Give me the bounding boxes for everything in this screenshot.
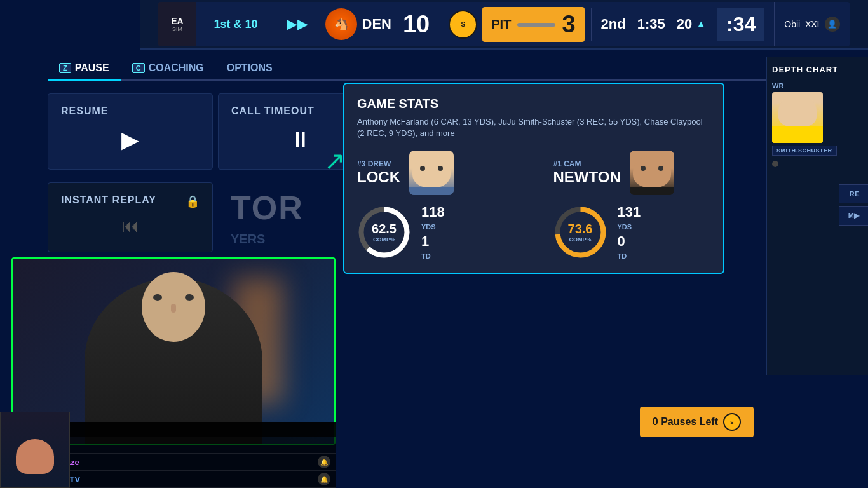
- den-logo: 🐴: [325, 8, 357, 40]
- qb1-info: #3 DREW LOCK: [357, 159, 400, 186]
- depth-chart: DEPTH CHART WR SMITH-SCHUSTER RE M▶: [766, 57, 868, 375]
- down-distance-section: 1st & 10: [196, 2, 275, 46]
- arrow-indicator: ↗: [324, 146, 346, 175]
- user-icon: 👤: [825, 17, 840, 32]
- faded-text-area: TOR YERS: [218, 182, 316, 253]
- den-score: 10: [397, 11, 436, 38]
- qb2-section: #1 CAM NEWTON: [553, 151, 711, 260]
- qb1-stats: 62.5 COMP% 118 YDS 1 TD: [357, 204, 515, 260]
- qb1-section: #3 DREW LOCK: [357, 151, 515, 260]
- secondary-webcam: [0, 412, 70, 488]
- qb1-td-label: TD: [421, 252, 445, 260]
- player-position: WR: [772, 82, 783, 90]
- side-buttons: RE M▶: [839, 184, 868, 226]
- ea-text: EA: [171, 16, 183, 26]
- scorebar: EA SIM 1st & 10 ▶▶ 🐴 DEN 10 S PIT 3: [140, 0, 868, 50]
- faded-tor: TOR: [231, 189, 304, 227]
- ea-logo: EA SIM: [158, 2, 196, 46]
- resume-button[interactable]: RESUME ▶: [48, 93, 213, 170]
- qb1-number: #3 DREW: [357, 159, 400, 168]
- qb1-comp-value: 62.5: [372, 222, 397, 236]
- tab-options[interactable]: OPTIONS: [215, 57, 284, 81]
- qb2-yds-value: 131: [618, 204, 641, 220]
- instant-replay-icon: ⏮: [61, 211, 200, 240]
- pit-logo: S: [449, 10, 477, 39]
- tab-coaching-key: C: [132, 63, 145, 73]
- play-clock: 20: [677, 16, 692, 32]
- game-info: 2nd 1:35 20 ▲ :34: [591, 8, 775, 41]
- sim-text: SIM: [172, 26, 182, 32]
- player-dot: [772, 161, 778, 167]
- tab-coaching-label: COACHING: [149, 62, 204, 74]
- pit-score: 3: [562, 11, 575, 38]
- instant-replay-label: INSTANT REPLAY: [61, 194, 156, 206]
- tab-pause-key: Z: [59, 63, 71, 73]
- qb2-stats: 73.6 COMP% 131 YDS 0 TD: [553, 204, 711, 260]
- qb2-number: #1 CAM: [553, 159, 621, 168]
- scorebar-inner: EA SIM 1st & 10 ▶▶ 🐴 DEN 10 S PIT 3: [158, 2, 849, 46]
- play-clock-section: 20 ▲: [677, 16, 706, 32]
- resume-icon: ▶: [61, 122, 200, 158]
- user-badge: Obii_XXI 👤: [774, 2, 849, 46]
- m-button[interactable]: M▶: [839, 206, 868, 226]
- chat-bell-3: 🔔: [318, 473, 330, 485]
- qb1-comp-circle: 62.5 COMP%: [357, 205, 411, 259]
- qb1-yds-td: 118 YDS 1 TD: [421, 204, 445, 260]
- faded-yers: YERS: [231, 232, 304, 247]
- pit-abbr: PIT: [491, 17, 511, 32]
- qb1-card: #3 DREW LOCK: [357, 151, 515, 195]
- tab-options-label: OPTIONS: [227, 62, 273, 74]
- player-avatar-side: [772, 92, 823, 143]
- tab-pause[interactable]: Z PAUSE: [48, 57, 121, 81]
- pit-team-section: S PIT 3: [442, 7, 590, 42]
- qb2-yds-td: 131 YDS 0 TD: [618, 204, 641, 260]
- play-clock-arrow: ▲: [696, 18, 706, 30]
- qb2-comp-value: 73.6: [568, 222, 593, 236]
- instant-replay-button[interactable]: INSTANT REPLAY 🔒 ⏮: [48, 182, 213, 252]
- pit-bar: [517, 23, 555, 27]
- qb2-td-label: TD: [618, 252, 641, 260]
- qb1-name: LOCK: [357, 168, 400, 186]
- player-name-badge: SMITH-SCHUSTER: [772, 146, 837, 156]
- qb1-td-value: 1: [421, 233, 445, 250]
- re-button[interactable]: RE: [839, 184, 868, 203]
- game-stats-title: GAME STATS: [357, 97, 710, 111]
- qb1-yds-label: YDS: [421, 223, 445, 231]
- game-time: 1:35: [637, 16, 665, 32]
- qb2-card: #1 CAM NEWTON: [553, 151, 711, 195]
- down-distance: 1st & 10: [204, 18, 268, 31]
- qb-divider: [534, 151, 534, 260]
- tab-coaching[interactable]: C COACHING: [121, 57, 215, 81]
- qb1-comp-label: COMP%: [373, 236, 395, 243]
- direction-arrows: ▶▶: [283, 16, 311, 32]
- pauses-steelers-logo: S: [723, 413, 741, 431]
- qb2-avatar: [630, 151, 674, 195]
- qb2-info: #1 CAM NEWTON: [553, 159, 621, 186]
- instant-replay-lock-icon: 🔒: [186, 194, 200, 208]
- qb-comparison-row: #3 DREW LOCK: [357, 151, 710, 260]
- tab-pause-label: PAUSE: [75, 62, 109, 74]
- pauses-left-text: 0 Pauses Left: [653, 416, 718, 428]
- qb2-td-value: 0: [618, 233, 641, 250]
- chat-bell-2: 🔔: [318, 456, 330, 468]
- game-stats-panel: GAME STATS Anthony McFarland (6 CAR, 13 …: [343, 83, 724, 274]
- qb2-name: NEWTON: [553, 168, 621, 186]
- game-stats-description: Anthony McFarland (6 CAR, 13 YDS), JuJu …: [357, 116, 710, 139]
- player-card: WR SMITH-SCHUSTER: [772, 82, 863, 167]
- qb2-comp-label: COMP%: [569, 236, 591, 243]
- qb2-yds-label: YDS: [618, 223, 641, 231]
- quarter: 2nd: [601, 16, 626, 32]
- tab-bar: Z PAUSE C COACHING OPTIONS: [48, 57, 868, 81]
- pit-score-container: PIT 3: [482, 7, 584, 42]
- person-head: [142, 272, 205, 342]
- qb1-yds-value: 118: [421, 204, 445, 220]
- depth-chart-title: DEPTH CHART: [772, 65, 863, 74]
- resume-label: RESUME: [61, 105, 200, 117]
- qb2-comp-circle: 73.6 COMP%: [553, 205, 607, 259]
- pauses-left: 0 Pauses Left S: [640, 407, 754, 437]
- arrows-section: ▶▶: [276, 2, 319, 46]
- den-abbr: DEN: [362, 16, 391, 32]
- den-team-section: 🐴 DEN 10: [319, 8, 443, 40]
- shot-clock: :34: [717, 8, 764, 41]
- user-name: Obii_XXI: [784, 19, 819, 29]
